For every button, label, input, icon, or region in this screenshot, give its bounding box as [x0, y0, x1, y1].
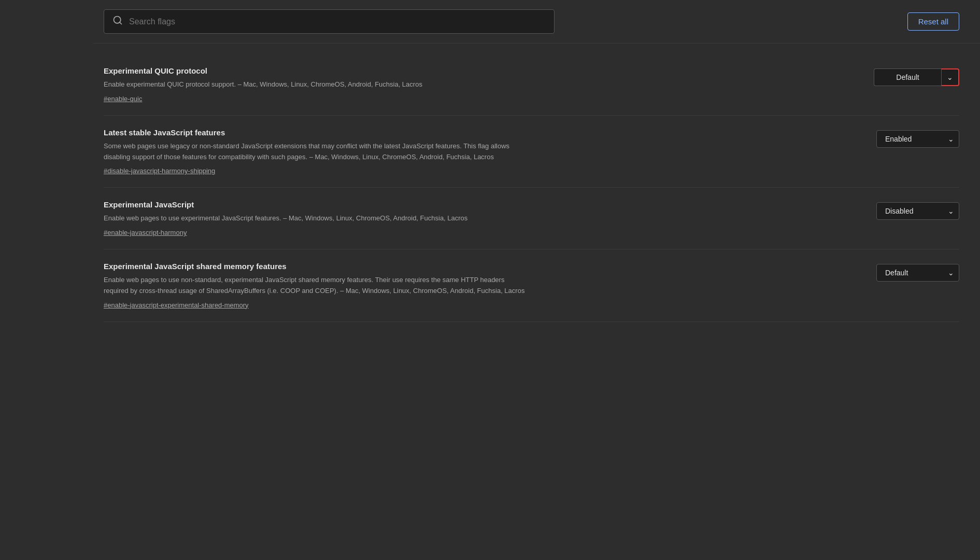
split-dropdown: Default ⌄ [874, 68, 959, 86]
flag-link[interactable]: #disable-javascript-harmony-shipping [104, 167, 215, 175]
flag-info: Experimental JavaScript Enable web pages… [104, 200, 529, 236]
flag-link[interactable]: #enable-quic [104, 95, 142, 103]
flag-control: Default Enabled Disabled [876, 264, 959, 282]
flag-title: Latest stable JavaScript features [104, 128, 529, 137]
flag-title: Experimental QUIC protocol [104, 66, 529, 75]
select-wrapper: Default Enabled Disabled [876, 264, 959, 282]
flag-link[interactable]: #enable-javascript-harmony [104, 229, 187, 236]
flag-description: Enable experimental QUIC protocol suppor… [104, 79, 529, 90]
flag-link[interactable]: #enable-javascript-experimental-shared-m… [104, 301, 249, 309]
flag-select[interactable]: Default Enabled Disabled [876, 130, 959, 148]
search-container [104, 9, 555, 34]
flag-item: Experimental JavaScript shared memory fe… [104, 249, 959, 322]
flag-description: Enable web pages to use non-standard, ex… [104, 275, 529, 297]
flag-control: Default Enabled Disabled [876, 130, 959, 148]
reset-all-button[interactable]: Reset all [907, 12, 959, 31]
search-input[interactable] [129, 17, 546, 26]
flag-description: Enable web pages to use experimental Jav… [104, 213, 529, 224]
chevron-down-icon: ⌄ [947, 73, 953, 81]
select-wrapper: Default Enabled Disabled [876, 130, 959, 148]
flag-info: Experimental JavaScript shared memory fe… [104, 262, 529, 309]
flag-control: Default Enabled Disabled [876, 202, 959, 220]
sidebar [0, 0, 93, 560]
header-bar: Reset all [0, 0, 980, 44]
flag-item: Experimental JavaScript Enable web pages… [104, 188, 959, 249]
flag-title: Experimental JavaScript [104, 200, 529, 209]
flag-control: Default ⌄ [874, 68, 959, 86]
flag-description: Some web pages use legacy or non-standar… [104, 141, 529, 163]
flag-info: Latest stable JavaScript features Some w… [104, 128, 529, 175]
flag-select[interactable]: Default Enabled Disabled [876, 264, 959, 282]
flag-item: Latest stable JavaScript features Some w… [104, 116, 959, 188]
flag-select[interactable]: Default Enabled Disabled [876, 202, 959, 220]
flag-title-text: Experimental QUIC protocol [104, 66, 207, 75]
search-icon [112, 15, 123, 28]
svg-line-1 [120, 22, 122, 24]
dropdown-label: Default [874, 68, 941, 86]
dropdown-arrow-button[interactable]: ⌄ [941, 68, 959, 86]
flag-title: Experimental JavaScript shared memory fe… [104, 262, 529, 271]
flag-item: Experimental QUIC protocol Enable experi… [104, 54, 959, 116]
flag-info: Experimental QUIC protocol Enable experi… [104, 66, 529, 103]
select-wrapper: Default Enabled Disabled [876, 202, 959, 220]
main-content: Experimental QUIC protocol Enable experi… [0, 44, 980, 343]
